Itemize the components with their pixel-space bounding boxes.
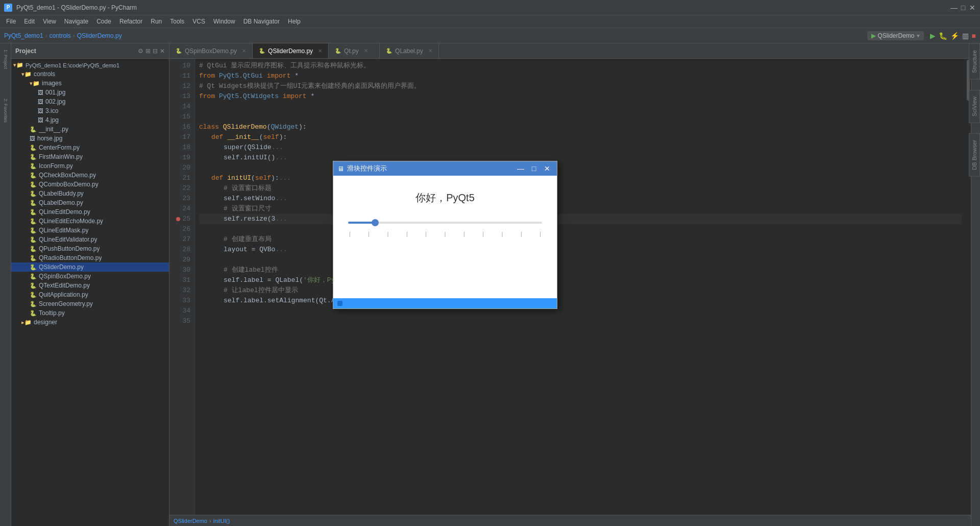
tree-item-qcombo[interactable]: 🐍QComboBoxDemo.py [11,180,169,189]
menu-bar: FileEditViewNavigateCodeRefactorRunTools… [0,15,980,28]
tree-item-name-tooltip: Tooltip.py [39,309,65,317]
run-config[interactable]: ▶ QSliderDemo ▾ [867,31,924,40]
tree-item-4jpg[interactable]: 🖼4.jpg [11,115,169,125]
tree-item-qcheckbox[interactable]: 🐍QCheckBoxDemo.py [11,171,169,180]
menu-item-refactor[interactable]: Refactor [115,16,146,27]
tab-qspinbox[interactable]: 🐍QSpinBoxDemo.py✕ [169,43,253,58]
bc-class[interactable]: QSliderDemo [174,518,207,524]
menu-item-db navigator[interactable]: DB Navigator [239,16,284,27]
tree-item-designer[interactable]: ▸📁designer [11,318,169,327]
float-maximize[interactable]: □ [528,164,540,173]
tree-item-qlinemask[interactable]: 🐍QLineEditMask.py [11,226,169,235]
tree-item-name-screengeo: ScreenGeometry.py [39,300,93,307]
close-button[interactable]: ✕ [969,4,976,11]
line-number-24: 24 [182,204,190,214]
debug-button[interactable]: 🐛 [939,32,947,40]
sidebar-item-project[interactable]: 1: Project [2,45,9,73]
tree-item-qtextedit[interactable]: 🐍QTextEditDemo.py [11,281,169,290]
tree-item-qradio[interactable]: 🐍QRadioButtonDemo.py [11,253,169,262]
tab-icon-qslider: 🐍 [259,48,265,54]
tree-item-horse[interactable]: 🖼horse.jpg [11,134,169,143]
sidebar-db-browser[interactable]: DB Browser [969,133,980,177]
menu-item-view[interactable]: View [39,16,60,27]
tree-item-firstmain[interactable]: 🐍FirstMainWin.py [11,152,169,161]
breadcrumb-file[interactable]: QSliderDemo.py [77,32,122,39]
tree-item-root[interactable]: ▾📁PyQt5_demo1 E:\code\PyQt5_demo1 [11,61,169,69]
line-number-31: 31 [182,275,190,285]
run-config-dropdown[interactable]: ▾ [917,32,920,39]
menu-item-navigate[interactable]: Navigate [60,16,92,27]
tree-item-qslider[interactable]: 🐍QSliderDemo.py [11,262,169,272]
coverage-button[interactable]: ▥ [962,32,969,40]
tab-qlabel[interactable]: 🐍QLabel.py✕ [380,43,439,58]
tab-close-qspinbox[interactable]: ✕ [242,48,246,54]
tab-close-qt[interactable]: ✕ [364,48,368,54]
tree-close-icon[interactable]: ✕ [160,47,165,55]
breadcrumb-project[interactable]: PyQt5_demo1 [4,32,43,39]
tree-item-name-qcheckbox: QCheckBoxDemo.py [39,172,96,179]
slider-thumb[interactable] [372,219,379,226]
tree-item-qpushbutton[interactable]: 🐍QPushButtonDemo.py [11,244,169,253]
code-content[interactable]: # QtGui 显示应用程序图标、工具提示和各种鼠标光标。from PyQt5.… [195,59,966,515]
tab-qslider[interactable]: 🐍QSliderDemo.py✕ [253,43,329,58]
line-number-17: 17 [182,132,190,142]
menu-item-edit[interactable]: Edit [20,16,39,27]
editor-area: 🐍QSpinBoxDemo.py✕🐍QSliderDemo.py✕🐍Qt.py✕… [169,43,971,526]
stop-button[interactable]: ■ [972,32,976,40]
tree-item-centerform[interactable]: 🐍CenterForm.py [11,143,169,152]
profile-button[interactable]: ⚡ [950,32,959,40]
slider-track [348,222,542,224]
tree-item-3ico[interactable]: 🖼3.ico [11,106,169,115]
tab-label-qslider: QSliderDemo.py [268,47,313,55]
code-line-19: self.initUI()... [199,153,962,163]
menu-item-window[interactable]: Window [209,16,239,27]
tree-item-iconform[interactable]: 🐍IconForm.py [11,161,169,171]
minimize-button[interactable]: — [950,4,958,11]
file-tree-header: Project ⚙ ⊞ ⊟ ✕ [11,43,169,59]
float-window: 🖥 滑块控件演示 — □ ✕ 你好，PyQt5 | [333,161,557,309]
tree-item-qspinbox[interactable]: 🐍QSpinBoxDemo.py [11,272,169,281]
tree-item-qlinevalidator[interactable]: 🐍QLineEditValidator.py [11,235,169,244]
sidebar-structure[interactable]: Structure [969,43,980,80]
tab-qt[interactable]: 🐍Qt.py✕ [329,43,380,58]
breadcrumb-folder[interactable]: controls [50,32,71,39]
tree-item-qlineechomode[interactable]: 🐍QLineEditEchoMode.py [11,217,169,226]
tree-item-qlabelbuddy[interactable]: 🐍QLabelBuddy.py [11,189,169,198]
tree-item-qlineedit[interactable]: 🐍QLineEditDemo.py [11,207,169,217]
tree-item-002[interactable]: 🖼002.jpg [11,97,169,106]
tree-gear-icon[interactable]: ⚙ [138,47,143,55]
run-button[interactable]: ▶ [930,32,936,40]
tree-item-images[interactable]: ▾📁images [11,79,169,88]
tree-item-tooltip[interactable]: 🐍Tooltip.py [11,308,169,318]
code-line-26 [199,224,962,234]
line-number-25: 25 [182,214,190,224]
tree-item-001[interactable]: 🖼001.jpg [11,88,169,97]
menu-item-help[interactable]: Help [284,16,305,27]
maximize-button[interactable]: □ [960,4,967,11]
code-line-23: self.setWindo... [199,194,962,204]
bc-method[interactable]: initUI() [213,518,230,524]
tab-close-qlabel[interactable]: ✕ [428,48,432,54]
tree-item-screengeo[interactable]: 🐍ScreenGeometry.py [11,299,169,308]
sidebar-item-favorites[interactable]: 2: Favorites [2,94,9,127]
menu-item-vcs[interactable]: VCS [188,16,209,27]
float-minimize[interactable]: — [515,164,526,173]
tree-collapse-icon[interactable]: ⊟ [153,47,158,55]
tree-item-quitapp[interactable]: 🐍QuitApplication.py [11,290,169,299]
menu-item-code[interactable]: Code [92,16,115,27]
tree-item-qlabel[interactable]: 🐍QLabelDemo.py [11,198,169,207]
tree-item-controls[interactable]: ▾📁controls [11,69,169,79]
tree-expand-icon[interactable]: ⊞ [145,47,151,55]
code-line-18: super(QSlide... [199,142,962,153]
float-close[interactable]: ✕ [542,164,553,173]
left-sidebar-icons: 1: Project 2: Favorites [0,43,11,526]
menu-item-run[interactable]: Run [146,16,166,27]
sidebar-sciview[interactable]: SciView [969,90,980,123]
file-tree-content: ▾📁PyQt5_demo1 E:\code\PyQt5_demo1▾📁contr… [11,59,169,526]
menu-item-file[interactable]: File [2,16,20,27]
float-slider[interactable] [348,215,542,230]
float-content: 你好，PyQt5 | | | | | | | | | [333,176,557,308]
tree-item-init[interactable]: 🐍__init__.py [11,125,169,134]
menu-item-tools[interactable]: Tools [166,16,188,27]
tab-close-qslider[interactable]: ✕ [318,48,322,54]
